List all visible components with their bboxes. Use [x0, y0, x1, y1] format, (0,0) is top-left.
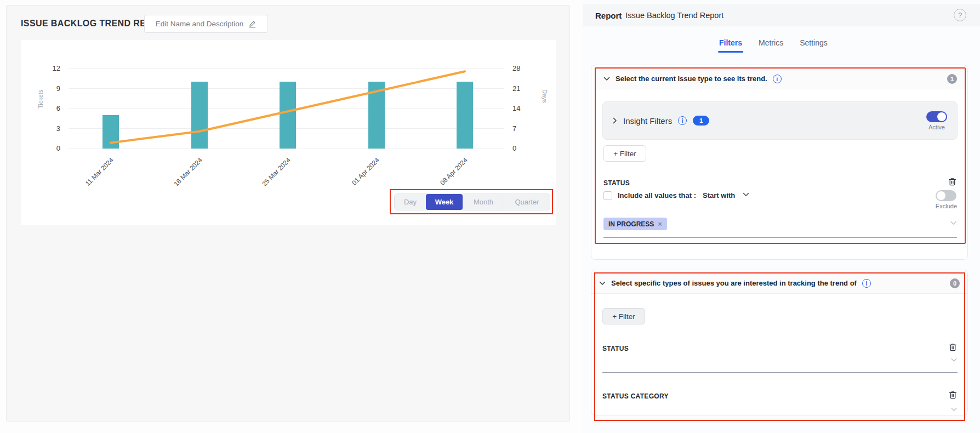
status-field-row: STATUS — [603, 177, 957, 189]
info-icon[interactable]: i — [773, 75, 782, 83]
section1-count-badge: 1 — [947, 74, 957, 84]
status-chip-in-progress[interactable]: IN PROGRESS × — [603, 218, 667, 230]
panel-header-label: Report — [595, 11, 622, 20]
chip-remove-icon[interactable]: × — [658, 220, 662, 228]
panel-tabs: Filters Metrics Settings — [719, 38, 828, 53]
insight-filters-count-badge: 1 — [693, 116, 709, 126]
trash-icon[interactable] — [948, 177, 957, 189]
period-option-quarter[interactable]: Quarter — [504, 194, 550, 210]
help-icon[interactable]: ? — [954, 9, 966, 21]
period-toggle-group: Day Week Month Quarter — [394, 193, 550, 210]
chevron-down-icon[interactable] — [603, 77, 610, 81]
exclude-toggle[interactable] — [936, 190, 956, 201]
operator-chevron-down-icon[interactable] — [743, 192, 749, 197]
section2-count-badge: 0 — [950, 278, 960, 288]
tab-settings[interactable]: Settings — [800, 38, 828, 53]
status-field-row: STATUS — [602, 343, 958, 354]
tab-metrics[interactable]: Metrics — [759, 38, 783, 53]
trend-chart-card: Tickets Days 0369120714212811 Mar 202418… — [21, 40, 556, 225]
insight-filters-toggle[interactable] — [926, 111, 947, 122]
status-category-select-row[interactable] — [602, 407, 958, 412]
panel-header-title: Issue Backlog Trend Report — [625, 11, 723, 20]
exclude-toggle-label: Exclude — [936, 203, 957, 209]
chevron-down-icon[interactable] — [599, 281, 606, 286]
status-category-field-row: STATUS CATEGORY — [602, 390, 958, 402]
annotation-box-section1: Select the current issue type to see its… — [595, 67, 966, 244]
section1-header: Select the current issue type to see its… — [596, 69, 965, 89]
filter-section-current-issue-type: Select the current issue type to see its… — [591, 65, 968, 260]
chevron-right-icon[interactable] — [613, 117, 617, 124]
edit-button-label: Edit Name and Description — [156, 20, 244, 28]
period-option-week[interactable]: Week — [426, 194, 463, 210]
period-option-day[interactable]: Day — [395, 194, 426, 210]
status-category-field-label: STATUS CATEGORY — [602, 392, 669, 400]
values-chevron-down-icon[interactable] — [950, 221, 957, 225]
section2-title: Select specific types of issues you are … — [611, 279, 857, 287]
trash-icon[interactable] — [948, 390, 958, 402]
status-select-underline[interactable] — [602, 372, 958, 373]
select-chevron-down-icon[interactable] — [950, 407, 958, 412]
include-all-label: Include all values that : — [618, 191, 696, 200]
include-all-checkbox[interactable] — [603, 191, 612, 200]
edit-name-description-button[interactable]: Edit Name and Description — [144, 15, 268, 33]
insight-toggle-label: Active — [928, 124, 945, 130]
insight-filters-card[interactable]: Insight Filters i 1 Active — [602, 101, 958, 140]
status-field-label: STATUS — [603, 179, 630, 187]
add-filter-button[interactable]: + Filter — [602, 308, 645, 324]
include-values-row: Include all values that : Start with Exc… — [603, 190, 957, 209]
info-icon[interactable]: i — [862, 279, 871, 288]
status-select-row[interactable] — [602, 358, 958, 362]
period-option-month[interactable]: Month — [463, 194, 504, 210]
pencil-icon — [248, 20, 257, 28]
operator-select[interactable]: Start with — [703, 191, 735, 200]
select-chevron-down-icon[interactable] — [950, 358, 958, 362]
insight-filters-label: Insight Filters — [623, 116, 672, 126]
status-field-label: STATUS — [602, 345, 629, 352]
chip-label: IN PROGRESS — [608, 220, 654, 228]
add-filter-button[interactable]: + Filter — [603, 145, 646, 162]
status-values-row: IN PROGRESS × — [603, 218, 957, 230]
filter-section-specific-issue-types: Select specific types of issues you are … — [591, 270, 968, 415]
section2-header: Select specific types of issues you are … — [591, 273, 967, 294]
status-values-underline[interactable] — [603, 237, 957, 238]
panel-header: Report Issue Backlog Trend Report — [583, 4, 980, 26]
tab-filters[interactable]: Filters — [719, 38, 742, 53]
trash-icon[interactable] — [948, 343, 958, 354]
section1-title: Select the current issue type to see its… — [616, 75, 767, 83]
info-icon[interactable]: i — [678, 116, 687, 125]
